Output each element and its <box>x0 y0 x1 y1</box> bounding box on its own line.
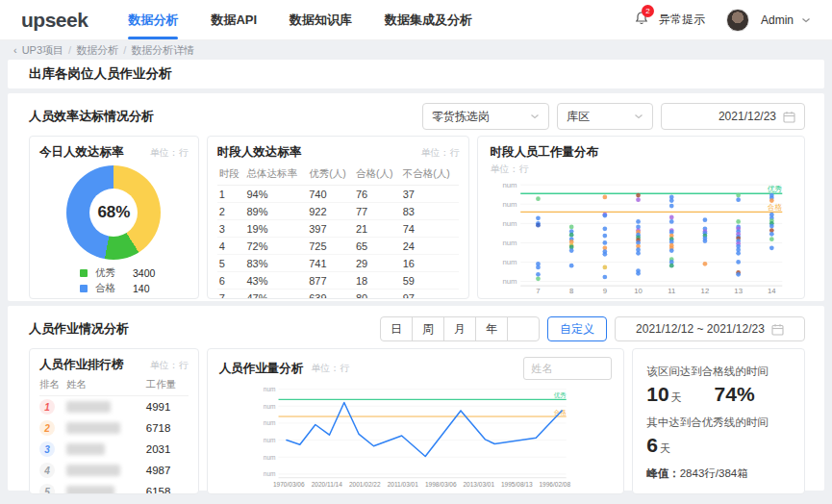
qualified-time-label: 该区间达到合格线的时间 <box>646 365 791 379</box>
rate-cell: 76 <box>354 186 401 203</box>
nav-data-knowledge[interactable]: 数据知识库 <box>290 0 352 39</box>
nav-data-api[interactable]: 数据API <box>211 0 257 39</box>
rate-cell: 97 <box>401 290 460 300</box>
legend-value: 3400 <box>133 267 155 279</box>
rate-cell: 922 <box>307 203 354 220</box>
alert-count-badge: 2 <box>642 5 654 17</box>
legend-swatch <box>80 285 88 292</box>
line-card-title: 人员作业量分析 <box>219 361 304 377</box>
peak-value: 2843行/384箱 <box>680 467 748 479</box>
nav-data-analysis[interactable]: 数据分析 <box>128 0 178 39</box>
table-row: 3 2031 <box>39 439 189 460</box>
svg-text:13: 13 <box>735 287 744 295</box>
breadcrumb-item-analysis[interactable]: 数据分析 <box>76 43 118 58</box>
tab-year[interactable]: 年 <box>475 316 508 341</box>
workload-value: 4987 <box>146 460 189 481</box>
donut-card-unit: 单位：行 <box>150 146 189 160</box>
table-row: 472%7256524 <box>217 238 460 255</box>
period-rate-card: 时段人效达标率 单位：行 时段总体达标率优秀(人)合格(人)不合格(人)194%… <box>207 136 470 299</box>
tab-month[interactable]: 月 <box>443 316 476 341</box>
tab-custom[interactable]: 自定义 <box>547 316 607 341</box>
date-range-picker[interactable]: 2021/12/12 ~ 2021/12/23 <box>615 316 805 341</box>
blurred-name <box>66 443 105 455</box>
workload-distribution-card: 时段人员工作量分布 单位：行 numnumnumnumnumnum7891011… <box>477 136 805 299</box>
svg-text:2001/02/22: 2001/02/22 <box>349 481 381 488</box>
calendar-icon <box>783 111 795 123</box>
table-row: 747%6398097 <box>217 290 460 300</box>
svg-text:num: num <box>264 419 276 426</box>
table-row: 2 6718 <box>39 417 189 439</box>
svg-text:14: 14 <box>768 287 776 295</box>
workload-value: 6718 <box>146 417 189 439</box>
rate-cell: 59 <box>401 272 460 290</box>
table-row: 1 4991 <box>39 396 189 418</box>
blurred-name <box>66 465 120 476</box>
rank-badge: 1 <box>39 399 55 415</box>
rate-cell: 83% <box>244 255 307 272</box>
rate-cell: 2 <box>217 203 245 220</box>
rate-cell: 21 <box>354 220 401 238</box>
excellent-time-label: 其中达到合优秀线的时间 <box>646 416 791 430</box>
svg-text:优秀: 优秀 <box>553 391 567 399</box>
rate-cell: 397 <box>307 220 354 238</box>
table-row: 5 6158 <box>39 481 189 494</box>
nav-data-integration[interactable]: 数据集成及分析 <box>385 0 472 39</box>
chevron-down-icon[interactable] <box>801 16 811 24</box>
page-title: 出库各岗位人员作业分析 <box>29 65 172 83</box>
breadcrumb-item-project[interactable]: UP3项目 <box>22 43 63 58</box>
rate-cell: 47% <box>244 290 307 300</box>
efficiency-section: 人员效率达标情况分析 零货拣选岗 库区 2021/12/23 今日人效达标率 单… <box>8 93 824 301</box>
rate-cell: 89% <box>244 203 307 220</box>
peak-label: 峰值： <box>646 467 680 479</box>
table-row: 4 4987 <box>39 460 189 481</box>
date-picker[interactable]: 2021/12/23 <box>661 103 805 130</box>
rate-cell: 6 <box>217 272 245 290</box>
date-range-value: 2021/12/12 ~ 2021/12/23 <box>636 322 765 336</box>
area-select[interactable]: 库区 <box>557 103 653 130</box>
tab-empty[interactable] <box>507 316 540 341</box>
calendar-icon <box>771 323 784 336</box>
alert-bell[interactable]: 2 <box>634 11 649 29</box>
breadcrumb: ‹ UP3项目 / 数据分析 / 数据分析详情 <box>0 40 832 60</box>
tab-day[interactable]: 日 <box>380 316 413 341</box>
table-row: 583%7412916 <box>217 255 460 272</box>
scatter-card-unit: 单位：行 <box>490 163 793 176</box>
rate-cell: 74 <box>401 220 460 238</box>
breadcrumb-separator: / <box>123 44 126 56</box>
avatar[interactable] <box>726 9 749 32</box>
blurred-name <box>66 486 114 494</box>
svg-text:1995/08/13: 1995/08/13 <box>501 481 533 488</box>
svg-text:num: num <box>264 437 276 443</box>
line-card-unit: 单位：行 <box>311 362 349 375</box>
alert-label[interactable]: 异常提示 <box>659 12 705 28</box>
svg-text:1970/03/06: 1970/03/06 <box>273 481 305 488</box>
blurred-name <box>66 401 111 413</box>
qualified-days-value: 10 <box>646 383 668 406</box>
chevron-down-icon <box>530 113 540 120</box>
rate-cell: 741 <box>307 255 354 272</box>
tab-week[interactable]: 周 <box>412 316 444 341</box>
days-unit: 天 <box>660 441 670 456</box>
rate-col-header: 优秀(人) <box>307 164 354 186</box>
legend-swatch <box>80 269 88 277</box>
post-select[interactable]: 零货拣选岗 <box>422 103 549 130</box>
svg-text:2020/11/14: 2020/11/14 <box>311 481 342 488</box>
user-menu[interactable]: Admin <box>761 13 794 27</box>
rate-cell: 72% <box>244 238 307 255</box>
rate-col-header: 总体达标率 <box>244 164 307 186</box>
rate-col-header: 合格(人) <box>354 164 401 186</box>
svg-text:7: 7 <box>537 287 541 295</box>
rank-badge: 2 <box>39 420 55 436</box>
rate-cell: 725 <box>307 238 354 255</box>
rate-cell: 877 <box>307 272 354 290</box>
breadcrumb-item-detail: 数据分析详情 <box>131 43 194 58</box>
qualified-percent-value: 74% <box>715 383 755 406</box>
name-search-input[interactable] <box>523 357 612 380</box>
donut-legend: 优秀3400合格140不合格140 <box>80 265 189 299</box>
svg-text:优秀: 优秀 <box>768 185 783 193</box>
back-icon[interactable]: ‹ <box>13 44 17 56</box>
workload-line-chart: numnumnumnumnumnum1970/03/062020/11/1420… <box>219 382 612 490</box>
legend-label: 合格 <box>95 282 115 295</box>
svg-text:num: num <box>503 200 517 209</box>
ranking-card-unit: 单位：行 <box>150 359 189 372</box>
